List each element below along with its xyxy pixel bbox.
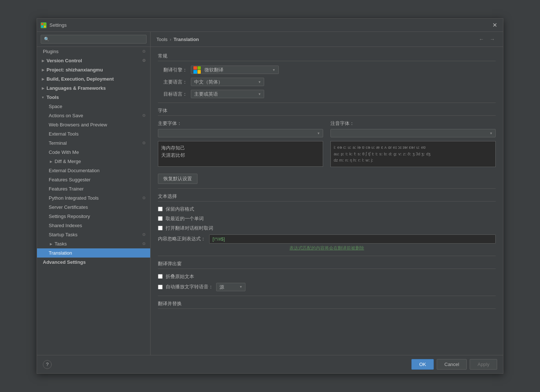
nearest-word-checkbox[interactable] bbox=[158, 216, 163, 221]
font-preview-row: 海内存知己 天涯若比邻 iː eə cː uː aː iə ʊ cə uː æ … bbox=[158, 141, 496, 167]
close-button[interactable]: ✕ bbox=[490, 21, 499, 29]
nearest-word-row: 取最近的一个单词 bbox=[158, 215, 496, 222]
sidebar-item-terminal[interactable]: Terminal ⚙ bbox=[37, 138, 150, 148]
restore-defaults-button[interactable]: 恢复默认设置 bbox=[158, 174, 197, 184]
sidebar-item-languages[interactable]: ▶ Languages & Frameworks bbox=[37, 84, 150, 93]
engine-label: 翻译引擎： bbox=[158, 67, 191, 73]
sidebar-item-features-suggester[interactable]: Features Suggester bbox=[37, 175, 150, 184]
keep-format-label: 保留内容格式 bbox=[166, 206, 194, 212]
primary-font-select[interactable] bbox=[158, 129, 323, 137]
sidebar-item-version-control[interactable]: ▶ Version Control ⚙ bbox=[37, 56, 150, 65]
sidebar-item-actions-on-save[interactable]: Actions on Save ⚙ bbox=[37, 111, 150, 120]
primary-lang-select-wrapper: 中文（简体） bbox=[191, 78, 264, 86]
divider-2 bbox=[158, 188, 496, 189]
sidebar-item-plugins[interactable]: Plugins ⚙ bbox=[37, 47, 150, 56]
sidebar-item-tasks[interactable]: ▶ Tasks ⚙ bbox=[37, 239, 150, 248]
sidebar-item-shared-indexes[interactable]: Shared Indexes bbox=[37, 221, 150, 230]
phonetic-line1: iː eə cː uː aː iə ʊ cə uː æ ɛ ʌ ɑr eɪ ɔɪ… bbox=[334, 144, 492, 151]
sidebar-scroll: Plugins ⚙ ▶ Version Control ⚙ ▶ Project:… bbox=[37, 47, 150, 355]
sidebar-item-build[interactable]: ▶ Build, Execution, Deployment bbox=[37, 74, 150, 84]
open-dialog-label: 打开翻译对话框时取词 bbox=[166, 225, 213, 232]
auto-play-select-wrapper: 源 译文 关闭 bbox=[216, 283, 245, 291]
fold-original-row: 折叠原始文本 bbox=[158, 273, 496, 280]
section-general-title: 常规 bbox=[158, 53, 496, 61]
settings-icon: ⚙ bbox=[141, 141, 147, 146]
sidebar-item-settings-repo[interactable]: Settings Repository bbox=[37, 212, 150, 221]
collapse-icon: ▶ bbox=[49, 159, 53, 164]
fold-original-checkbox[interactable] bbox=[158, 274, 163, 279]
breadcrumb: Tools › Translation bbox=[156, 37, 199, 42]
engine-select[interactable]: 微软翻译 bbox=[203, 66, 272, 74]
cancel-button[interactable]: Cancel bbox=[437, 359, 467, 370]
window-title: Settings bbox=[49, 22, 490, 28]
back-button[interactable]: ← bbox=[477, 36, 486, 43]
svg-rect-1 bbox=[44, 23, 46, 25]
sidebar-item-diff-merge[interactable]: ▶ Diff & Merge bbox=[37, 157, 150, 166]
phonetic-font-select[interactable] bbox=[330, 129, 496, 137]
search-box bbox=[37, 32, 150, 47]
svg-rect-0 bbox=[41, 23, 43, 25]
right-panel: Tools › Translation ← → 常规 翻译引擎： bbox=[151, 32, 503, 355]
settings-dialog: Settings ✕ Plugins ⚙ ▶ Version Control ⚙ bbox=[37, 18, 503, 374]
engine-select-wrapper: 微软翻译 ▼ bbox=[191, 66, 279, 74]
regex-input[interactable] bbox=[209, 234, 496, 244]
sidebar-item-space[interactable]: Space bbox=[37, 102, 150, 111]
breadcrumb-parent: Tools bbox=[156, 37, 167, 42]
sidebar-item-web-browsers[interactable]: Web Browsers and Preview bbox=[37, 120, 150, 129]
expand-icon: ▼ bbox=[41, 95, 45, 100]
ok-button[interactable]: OK bbox=[411, 359, 434, 370]
settings-icon: ⚙ bbox=[141, 113, 147, 118]
regex-label: 内容忽略正则表达式： bbox=[158, 236, 206, 242]
app-icon bbox=[41, 22, 47, 28]
search-input[interactable] bbox=[41, 35, 147, 44]
primary-font-preview-col: 海内存知己 天涯若比邻 bbox=[158, 141, 323, 167]
divider-4 bbox=[158, 296, 496, 296]
help-button[interactable]: ? bbox=[43, 360, 52, 369]
auto-play-select[interactable]: 源 译文 关闭 bbox=[216, 283, 245, 291]
panel-header: Tools › Translation ← → bbox=[151, 32, 503, 47]
phonetic-font-select-wrapper bbox=[330, 129, 496, 137]
collapse-icon: ▶ bbox=[49, 242, 53, 246]
svg-rect-2 bbox=[41, 26, 43, 27]
primary-font-col: 主要字体： bbox=[158, 120, 323, 137]
settings-icon: ⚙ bbox=[141, 241, 147, 247]
open-dialog-row: 打开翻译对话框时取词 bbox=[158, 225, 496, 232]
nav-buttons: ← → bbox=[477, 36, 497, 43]
phonetic-line3: dz mː nː ŋ hː rː lː wː jː bbox=[334, 157, 492, 164]
sidebar-item-startup-tasks[interactable]: Startup Tasks ⚙ bbox=[37, 230, 150, 239]
sidebar-item-python-tools[interactable]: Python Integrated Tools ⚙ bbox=[37, 193, 150, 203]
sidebar-item-external-tools[interactable]: External Tools bbox=[37, 129, 150, 138]
sidebar-item-translation[interactable]: Translation bbox=[37, 248, 150, 258]
sidebar-item-server-certs[interactable]: Server Certificates bbox=[37, 203, 150, 212]
section-popup-title: 翻译弹出窗 bbox=[158, 260, 496, 269]
forward-button[interactable]: → bbox=[488, 36, 497, 43]
target-lang-select[interactable]: 主要或英语 bbox=[191, 90, 264, 98]
auto-play-label: 自动播放文字转语音： bbox=[166, 284, 213, 290]
sidebar-item-features-trainer[interactable]: Features Trainer bbox=[37, 184, 150, 193]
regex-hint: 表达式匹配的内容将会在翻译前被删除 bbox=[158, 245, 496, 251]
sidebar-item-code-with-me[interactable]: Code With Me bbox=[37, 148, 150, 157]
collapse-icon: ▶ bbox=[41, 86, 45, 90]
primary-font-select-wrapper bbox=[158, 129, 323, 137]
preview-line1: 海内存知己 bbox=[161, 144, 320, 152]
primary-lang-select[interactable]: 中文（简体） bbox=[191, 78, 264, 86]
preview-line2: 天涯若比邻 bbox=[161, 152, 320, 159]
keep-format-checkbox[interactable] bbox=[158, 207, 163, 211]
sidebar-item-external-docs[interactable]: External Documentation bbox=[37, 166, 150, 175]
collapse-icon: ▶ bbox=[41, 68, 45, 72]
target-lang-select-wrapper: 主要或英语 bbox=[191, 90, 264, 98]
sidebar-item-advanced-settings[interactable]: Advanced Settings bbox=[37, 258, 150, 267]
breadcrumb-separator: › bbox=[170, 37, 171, 42]
apply-button[interactable]: Apply bbox=[470, 359, 497, 370]
open-dialog-checkbox[interactable] bbox=[158, 226, 163, 230]
target-lang-label: 目标语言： bbox=[158, 91, 191, 97]
regex-row: 内容忽略正则表达式： bbox=[158, 234, 496, 244]
breadcrumb-current: Translation bbox=[174, 37, 199, 42]
sidebar-item-tools[interactable]: ▼ Tools bbox=[37, 93, 150, 102]
collapse-icon: ▶ bbox=[41, 59, 45, 63]
sidebar-item-project[interactable]: ▶ Project: shizhanxiangmu bbox=[37, 65, 150, 74]
auto-play-checkbox[interactable] bbox=[158, 285, 163, 289]
sidebar: Plugins ⚙ ▶ Version Control ⚙ ▶ Project:… bbox=[37, 32, 151, 355]
phonetic-line2: auː pː tː kː fː sː θ ʃ tʃ tː tː sː bː dː… bbox=[334, 151, 492, 158]
section-font-title: 字体 bbox=[158, 107, 496, 116]
